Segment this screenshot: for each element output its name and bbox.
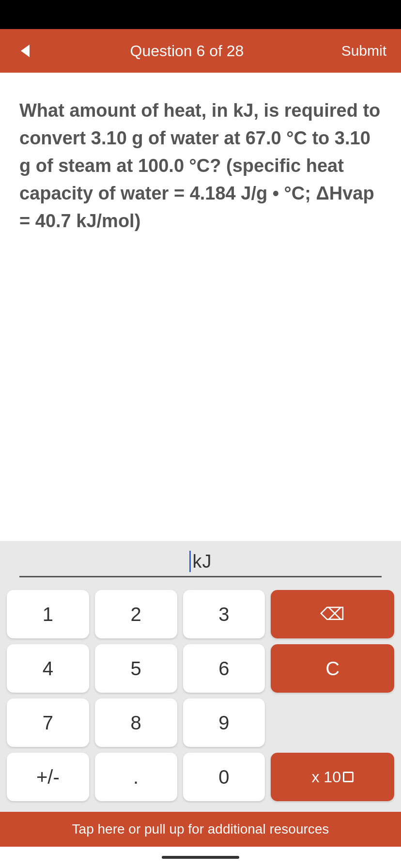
clear-label: C	[325, 658, 339, 680]
key-0[interactable]: 0	[183, 753, 265, 801]
keypad-row-2: 4 5 6 C	[7, 644, 394, 693]
back-button[interactable]	[15, 40, 36, 62]
key-8[interactable]: 8	[95, 698, 177, 747]
key-decimal[interactable]: .	[95, 753, 177, 801]
status-bar	[0, 0, 401, 29]
input-area: kJ	[0, 541, 401, 582]
text-cursor	[189, 551, 191, 572]
x10-box	[343, 772, 354, 782]
submit-button[interactable]: Submit	[338, 43, 386, 59]
resources-bar[interactable]: Tap here or pull up for additional resou…	[0, 812, 401, 847]
input-unit: kJ	[193, 551, 212, 572]
key-1[interactable]: 1	[7, 590, 89, 638]
question-progress: Question 6 of 28	[36, 42, 338, 60]
key-plusminus[interactable]: +/-	[7, 753, 89, 801]
keypad: 1 2 3 ⌫ 4 5 6 C 7 8 9 +/- . 0 x 10	[0, 582, 401, 812]
key-4[interactable]: 4	[7, 644, 89, 693]
keypad-row-4: +/- . 0 x 10	[7, 753, 394, 801]
home-bar	[162, 856, 239, 859]
chevron-left-icon	[21, 45, 30, 57]
keypad-row-3: 7 8 9	[7, 698, 394, 747]
key-6[interactable]: 6	[183, 644, 265, 693]
key-2[interactable]: 2	[95, 590, 177, 638]
answer-input[interactable]: kJ	[19, 551, 382, 577]
x10-button[interactable]: x 10	[271, 753, 394, 801]
resources-text: Tap here or pull up for additional resou…	[72, 822, 329, 837]
clear-button[interactable]: C	[271, 644, 394, 693]
key-3[interactable]: 3	[183, 590, 265, 638]
home-indicator	[0, 847, 401, 868]
header: Question 6 of 28 Submit	[0, 29, 401, 73]
backspace-button[interactable]: ⌫	[271, 590, 394, 638]
key-9[interactable]: 9	[183, 698, 265, 747]
key-5[interactable]: 5	[95, 644, 177, 693]
x10-label: x 10	[311, 768, 340, 786]
question-area: What amount of heat, in kJ, is required …	[0, 73, 401, 541]
question-text: What amount of heat, in kJ, is required …	[19, 97, 382, 235]
key-7[interactable]: 7	[7, 698, 89, 747]
keypad-row-1: 1 2 3 ⌫	[7, 590, 394, 638]
backspace-icon: ⌫	[320, 604, 345, 624]
